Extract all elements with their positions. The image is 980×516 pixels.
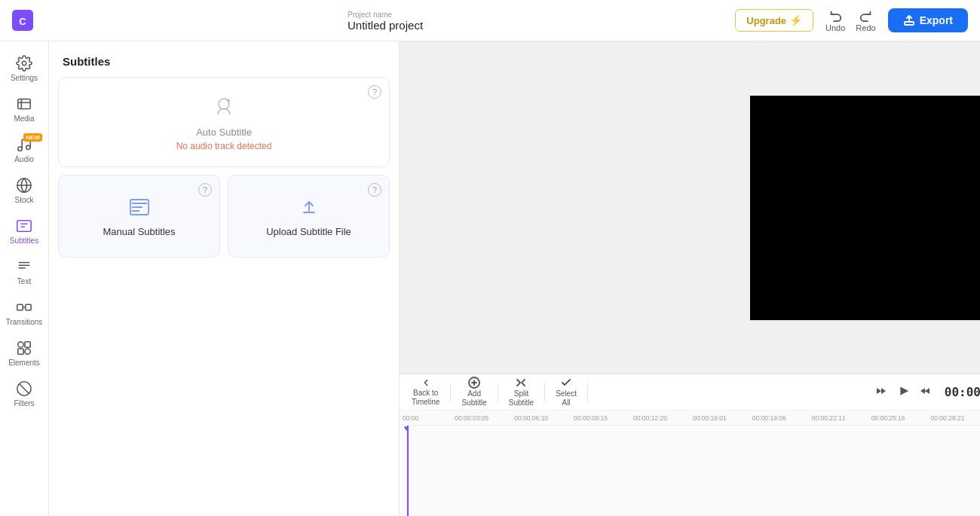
- rewind-button[interactable]: [872, 382, 890, 402]
- svg-point-11: [18, 342, 23, 347]
- undo-redo-group: Undo Redo: [821, 6, 880, 35]
- svg-line-16: [20, 384, 29, 394]
- svg-rect-10: [26, 304, 31, 310]
- manual-subtitles-icon: [128, 196, 151, 218]
- svg-point-6: [26, 145, 31, 150]
- sidebar-item-text[interactable]: Text: [0, 251, 48, 292]
- toolbar-divider-2: [498, 383, 498, 402]
- sidebar-item-audio[interactable]: NEW Audio: [0, 129, 48, 169]
- ruler-mark: 00:00:28:21: [931, 414, 965, 422]
- auto-subtitle-card[interactable]: ? Auto Subtitle No audio track detected: [58, 77, 390, 167]
- redo-icon: [859, 9, 873, 23]
- play-icon: [896, 384, 910, 398]
- upload-subtitle-label: Upload Subtitle File: [266, 226, 351, 237]
- subtitles-icon: [16, 218, 32, 234]
- redo-label: Redo: [856, 23, 875, 32]
- ruler-mark: 00:00:03:05: [455, 414, 488, 422]
- bolt-icon: ⚡: [789, 14, 802, 26]
- sidebar-filters-label: Filters: [14, 399, 34, 408]
- project-name-area: Project name Untitled project: [348, 0, 423, 41]
- sidebar-subtitles-label: Subtitles: [10, 237, 38, 245]
- video-area: Back toTimeline AddSubtitle SplitSubtitl…: [400, 41, 980, 516]
- add-subtitle-label: AddSubtitle: [461, 389, 486, 408]
- upgrade-button[interactable]: Upgrade ⚡: [735, 9, 813, 32]
- export-icon: [903, 14, 915, 26]
- upload-help-icon[interactable]: ?: [368, 183, 381, 197]
- auto-subtitle-title: Auto Subtitle: [196, 127, 252, 138]
- ruler-mark: 00:00:22:11: [812, 414, 846, 422]
- sidebar-item-elements[interactable]: Elements: [0, 332, 48, 373]
- undo-icon: [828, 9, 842, 23]
- ruler-mark: 00:00:16:01: [693, 414, 727, 422]
- ruler-mark: 00:00:25:16: [871, 414, 905, 422]
- redo-button[interactable]: Redo: [851, 6, 880, 35]
- sidebar-elements-label: Elements: [8, 359, 40, 367]
- panel-title: Subtitles: [49, 41, 399, 77]
- cards-area: ? Auto Subtitle No audio track detected …: [49, 77, 399, 267]
- upload-subtitle-card[interactable]: ? Upload Subtitle File: [228, 175, 390, 258]
- rewind-icon: [875, 385, 887, 397]
- back-to-timeline-button[interactable]: Back toTimeline: [406, 374, 446, 410]
- svg-point-3: [22, 61, 26, 66]
- transitions-icon: [16, 299, 32, 316]
- fast-forward-icon: [919, 385, 931, 397]
- sidebar-item-settings[interactable]: Settings: [0, 47, 48, 88]
- option-cards: ? Manual Subtitles ? Upload Subtitle Fil…: [58, 175, 390, 258]
- svg-point-5: [18, 147, 23, 151]
- upload-subtitle-icon: [298, 196, 320, 218]
- project-name[interactable]: Untitled project: [348, 19, 423, 32]
- text-icon: [16, 258, 32, 275]
- sidebar-item-media[interactable]: Media: [0, 88, 48, 129]
- subtitles-panel: Subtitles ? Auto Subtitle No audio track…: [49, 41, 400, 516]
- svg-rect-2: [905, 22, 914, 25]
- ruler-mark: 00:00:12:20: [633, 414, 667, 422]
- media-icon: [16, 96, 32, 112]
- split-icon: [515, 377, 527, 389]
- export-label: Export: [920, 14, 953, 26]
- fast-forward-button[interactable]: [916, 382, 934, 402]
- settings-icon: [16, 55, 32, 72]
- play-button[interactable]: [893, 381, 913, 403]
- back-icon: [421, 377, 431, 388]
- main-area: Settings Media NEW Audio Stock Subtitles…: [0, 41, 980, 516]
- timecode: 00:00:00:00: [937, 385, 980, 399]
- export-button[interactable]: Export: [888, 8, 968, 32]
- ruler-mark: 00:00: [403, 414, 418, 422]
- sidebar-settings-label: Settings: [11, 74, 38, 82]
- elements-icon: [16, 340, 32, 356]
- svg-rect-13: [25, 342, 30, 347]
- transport-controls: 00:00:00:00: [872, 381, 980, 403]
- undo-button[interactable]: Undo: [821, 6, 850, 35]
- video-container: [400, 41, 980, 374]
- upgrade-label: Upgrade: [746, 15, 786, 26]
- filters-icon: [16, 380, 32, 397]
- manual-subtitles-label: Manual Subtitles: [103, 226, 175, 237]
- svg-text:C: C: [19, 16, 26, 27]
- sidebar-item-transitions[interactable]: Transitions: [0, 292, 48, 332]
- sidebar-item-stock[interactable]: Stock: [0, 169, 48, 210]
- topbar-right: Upgrade ⚡ Undo Redo Export: [735, 6, 968, 35]
- auto-subtitle-help-icon[interactable]: ?: [368, 85, 381, 99]
- add-subtitle-button[interactable]: AddSubtitle: [455, 374, 492, 411]
- ruler-mark: 00:00:06:10: [514, 414, 548, 422]
- stock-icon: [16, 177, 32, 194]
- auto-subtitle-icon: [210, 93, 237, 121]
- split-subtitle-label: SplitSubtitle: [509, 389, 534, 408]
- timeline-section: Back toTimeline AddSubtitle SplitSubtitl…: [400, 374, 980, 516]
- manual-subtitles-card[interactable]: ? Manual Subtitles: [58, 175, 220, 258]
- split-subtitle-button[interactable]: SplitSubtitle: [503, 374, 540, 411]
- sidebar-item-subtitles[interactable]: Subtitles: [0, 210, 48, 251]
- auto-subtitle-status: No audio track detected: [176, 141, 272, 151]
- sidebar-item-filters[interactable]: Filters: [0, 373, 48, 414]
- svg-point-12: [25, 349, 30, 354]
- manual-help-icon[interactable]: ?: [198, 183, 212, 197]
- svg-rect-4: [18, 99, 31, 109]
- topbar-left: C: [12, 10, 33, 31]
- topbar: C Project name Untitled project Upgrade …: [0, 0, 980, 41]
- project-name-label: Project name: [348, 11, 423, 19]
- ruler-mark: 00:00:19:06: [752, 414, 786, 422]
- video-player[interactable]: [750, 96, 980, 320]
- select-all-button[interactable]: SelectAll: [550, 374, 583, 411]
- ruler-mark: 00:00:09:15: [574, 414, 608, 422]
- sidebar-stock-label: Stock: [14, 196, 33, 204]
